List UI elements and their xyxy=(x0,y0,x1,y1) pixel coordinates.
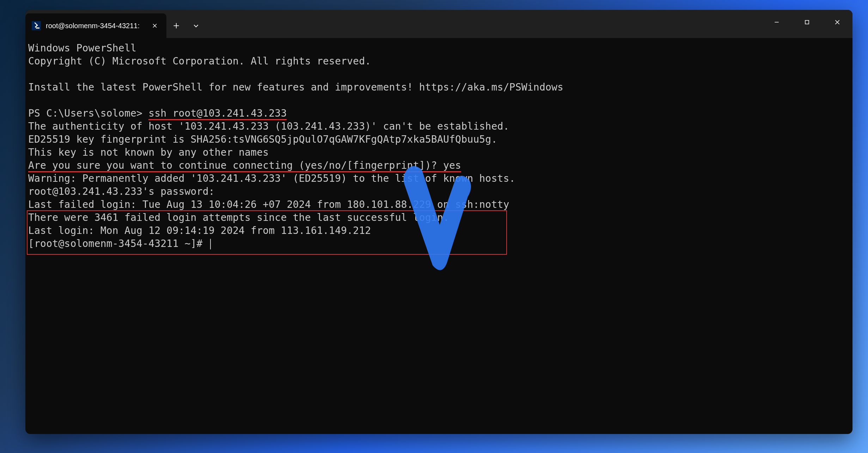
titlebar[interactable]: root@solomenm-3454-43211: xyxy=(25,10,852,38)
output-line: Windows PowerShell xyxy=(28,42,136,54)
prompt-prefix: PS C:\Users\solome> xyxy=(28,107,148,119)
shell-prompt: [root@solomenm-3454-43211 ~]# xyxy=(28,238,209,249)
output-line: Last login: Mon Aug 12 09:14:19 2024 fro… xyxy=(28,225,371,236)
output-line: Copyright (C) Microsoft Corporation. All… xyxy=(28,55,371,67)
ssh-command-annotated: ssh root@103.241.43.233 xyxy=(148,107,287,120)
output-line: ED25519 key fingerprint is SHA256:tsVNG6… xyxy=(28,134,497,145)
minimize-button[interactable] xyxy=(762,10,792,35)
terminal-output[interactable]: Windows PowerShell Copyright (C) Microso… xyxy=(25,38,852,434)
close-icon xyxy=(152,23,158,29)
output-line: The authenticity of host '103.241.43.233… xyxy=(28,120,509,132)
confirm-answer-annotated: yes xyxy=(437,160,461,172)
window-controls xyxy=(762,10,852,35)
svg-rect-0 xyxy=(805,20,809,24)
cursor xyxy=(210,239,211,249)
close-icon xyxy=(834,19,841,25)
maximize-button[interactable] xyxy=(792,10,822,35)
output-line: This key is not known by any other names xyxy=(28,147,269,158)
minimize-icon xyxy=(774,19,780,25)
plus-icon xyxy=(173,22,180,29)
tab-active[interactable]: root@solomenm-3454-43211: xyxy=(25,13,166,38)
output-line: Last failed login: Tue Aug 13 10:04:26 +… xyxy=(28,199,509,210)
close-window-button[interactable] xyxy=(822,10,852,35)
chevron-down-icon xyxy=(193,23,199,29)
terminal-window: root@solomenm-3454-43211: Windows PowerS… xyxy=(25,10,852,434)
output-line: Install the latest PowerShell for new fe… xyxy=(28,81,563,93)
tab-title: root@solomenm-3454-43211: xyxy=(46,22,145,30)
output-line: Warning: Permanently added '103.241.43.2… xyxy=(28,173,515,184)
output-line: root@103.241.43.233's password: xyxy=(28,186,215,197)
tab-dropdown-button[interactable] xyxy=(186,13,206,38)
tab-close-button[interactable] xyxy=(149,20,160,31)
output-line: There were 3461 failed login attempts si… xyxy=(28,212,449,223)
maximize-icon xyxy=(804,19,810,25)
confirm-prompt-annotated: Are you sure you want to continue connec… xyxy=(28,160,437,172)
powershell-icon xyxy=(32,21,41,30)
new-tab-button[interactable] xyxy=(166,13,186,38)
